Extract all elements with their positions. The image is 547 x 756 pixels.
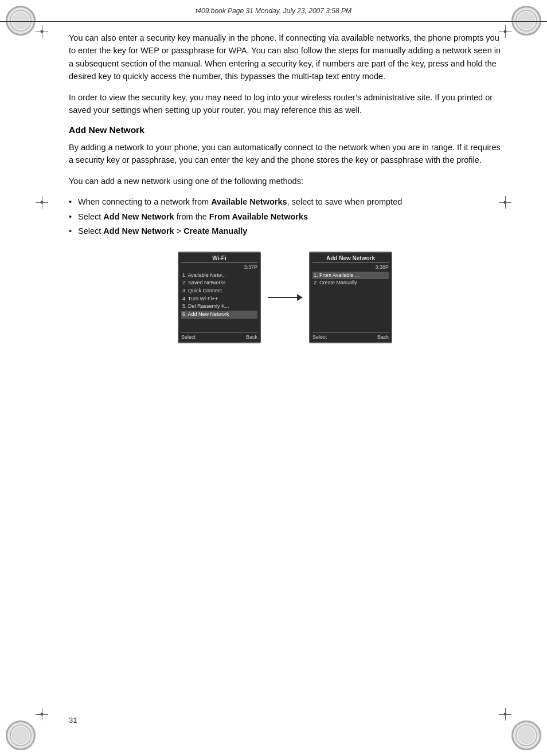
phone2-item-2: 2. Create Manually: [312, 279, 389, 287]
phone1-title: Wi-Fi: [181, 255, 257, 263]
bullet2-bold1: Add New Network: [103, 212, 174, 221]
phone1-item-3: 3. Quick Connect.: [181, 287, 257, 295]
bullet2-bold2: From Available Networks: [209, 212, 308, 221]
phone2-item-1: 1. From Available ...: [312, 272, 389, 280]
bullet-item-2: Select Add New Network from the From Ava…: [69, 210, 501, 223]
paragraph-4: You can add a new network using one of t…: [69, 175, 501, 187]
header-bar: t409.book Page 31 Monday, July 23, 2007 …: [0, 0, 547, 22]
bullet-item-1: When connecting to a network from Availa…: [69, 195, 501, 208]
bullet1-prefix: When connecting to a network from: [78, 197, 211, 206]
bullet3-bold1: Add New Network: [103, 226, 174, 236]
main-content: You can also enter a security key manual…: [69, 32, 501, 343]
bullet3-prefix: Select: [78, 226, 103, 236]
phone1-item-6: 6. Add New Network: [181, 311, 257, 319]
crosshair-mid-left: [36, 196, 48, 209]
phone2-footer-left: Select: [312, 334, 327, 340]
phone-screen-2: Add New Network 3:38P 1. From Available …: [309, 252, 392, 343]
bullet2-middle: from the: [174, 212, 209, 221]
crosshair-top-left: [36, 25, 48, 38]
paragraph-2: In order to view the security key, you m…: [69, 91, 501, 117]
phone2-title: Add New Network: [312, 255, 389, 263]
right-arrow-icon: [268, 297, 302, 298]
bullet1-suffix: , select to save when prompted: [287, 197, 403, 206]
phone1-footer: Select Back: [181, 332, 257, 340]
phone1-item-1: 1. Available Netw...: [181, 272, 257, 280]
phone-screen-1: Wi-Fi 3:37P 1. Available Netw... 2. Save…: [178, 252, 261, 343]
corner-decoration-br: [511, 720, 541, 750]
bullet-item-3: Select Add New Network > Create Manually: [69, 225, 501, 237]
section-heading: Add New Network: [69, 125, 501, 135]
phone1-item-4: 4. Turn Wi-Fi++: [181, 295, 257, 303]
screenshots-area: Wi-Fi 3:37P 1. Available Netw... 2. Save…: [69, 252, 501, 343]
bullet-list: When connecting to a network from Availa…: [69, 195, 501, 237]
phone2-footer: Select Back: [312, 332, 389, 340]
bullet1-bold: Available Networks: [211, 197, 287, 206]
page-number: 31: [69, 716, 77, 724]
bullet3-middle: >: [174, 226, 184, 236]
corner-decoration-bl: [6, 720, 36, 750]
paragraph-1: You can also enter a security key manual…: [69, 32, 501, 83]
phone2-footer-right: Back: [377, 334, 389, 340]
bullet3-bold2: Create Manually: [183, 226, 247, 236]
paragraph-3: By adding a network to your phone, you c…: [69, 141, 501, 167]
crosshair-bot-left: [36, 708, 48, 720]
arrow-container: [268, 297, 302, 298]
phone1-footer-right: Back: [246, 334, 257, 340]
phone1-item-5: 5. Del Rassemly K...: [181, 303, 257, 311]
crosshair-bot-right: [499, 708, 511, 720]
phone1-item-2: 2. Saved Networks: [181, 279, 257, 287]
bullet2-prefix: Select: [78, 212, 103, 221]
phone2-time: 3:38P: [312, 264, 389, 270]
phone1-footer-left: Select: [181, 334, 196, 340]
phone1-time: 3:37P: [181, 264, 257, 270]
header-text: t409.book Page 31 Monday, July 23, 2007 …: [196, 7, 351, 15]
